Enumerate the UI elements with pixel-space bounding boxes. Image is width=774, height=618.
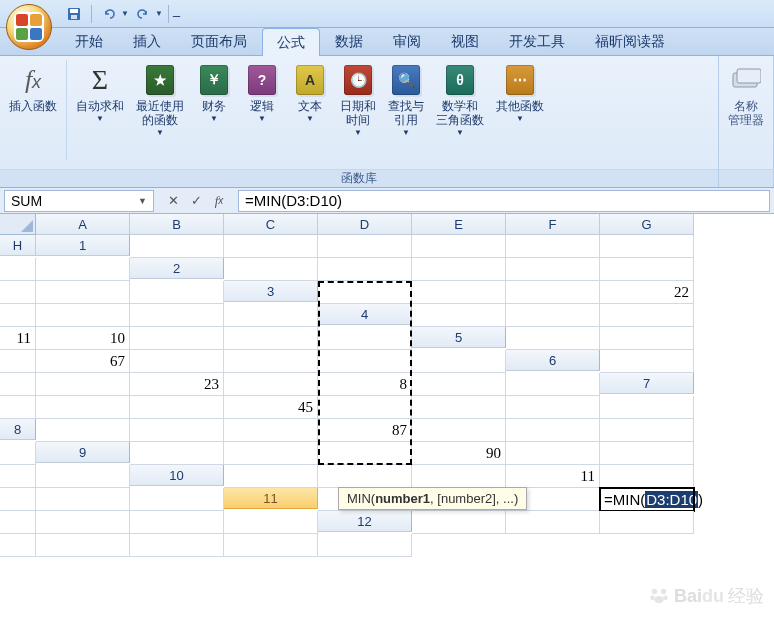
column-header[interactable]: E	[412, 214, 506, 235]
cell[interactable]	[224, 327, 318, 350]
cell[interactable]	[130, 534, 224, 557]
cell[interactable]	[130, 350, 224, 373]
cell[interactable]	[600, 465, 694, 488]
cell[interactable]	[224, 442, 318, 465]
cell[interactable]	[36, 281, 130, 304]
date-time-button[interactable]: 🕒 日期和 时间▼	[335, 60, 381, 140]
cell[interactable]	[600, 258, 694, 281]
cell[interactable]	[224, 465, 318, 488]
cell[interactable]	[412, 304, 506, 327]
row-header[interactable]: 12	[318, 511, 412, 532]
cell[interactable]	[506, 511, 600, 534]
tab-insert[interactable]: 插入	[118, 27, 176, 55]
cell[interactable]	[318, 258, 412, 281]
tab-formulas[interactable]: 公式	[262, 28, 320, 56]
cell[interactable]	[224, 534, 318, 557]
name-box[interactable]: SUM ▼	[4, 190, 154, 212]
save-button[interactable]	[62, 3, 86, 25]
undo-button[interactable]	[97, 3, 121, 25]
cell[interactable]	[130, 419, 224, 442]
column-header[interactable]: C	[224, 214, 318, 235]
cell[interactable]: 11	[0, 327, 36, 350]
cell[interactable]	[506, 304, 600, 327]
cell[interactable]: 87	[318, 419, 412, 442]
cell[interactable]	[36, 258, 130, 281]
cell[interactable]: 8	[318, 373, 412, 396]
row-header[interactable]: 8	[0, 419, 36, 440]
cell[interactable]	[0, 511, 36, 534]
cell[interactable]	[600, 304, 694, 327]
cell[interactable]	[0, 258, 36, 281]
cell[interactable]	[0, 304, 36, 327]
cell[interactable]	[224, 304, 318, 327]
office-button[interactable]	[6, 4, 52, 50]
row-header[interactable]: 2	[130, 258, 224, 279]
cell[interactable]	[318, 534, 412, 557]
cell[interactable]	[0, 488, 36, 511]
column-header[interactable]: D	[318, 214, 412, 235]
cell[interactable]: 22	[600, 281, 694, 304]
editing-cell[interactable]: =MIN(D3:D10)	[600, 488, 694, 511]
name-manager-button[interactable]: 名称 管理器	[723, 60, 769, 130]
cell[interactable]	[0, 534, 36, 557]
cell[interactable]	[224, 511, 318, 534]
cell[interactable]	[0, 373, 36, 396]
column-header[interactable]: G	[600, 214, 694, 235]
cell[interactable]	[36, 373, 130, 396]
cell[interactable]	[36, 511, 130, 534]
row-header[interactable]: 6	[506, 350, 600, 371]
lookup-reference-button[interactable]: 🔍 查找与 引用▼	[383, 60, 429, 140]
undo-dropdown-icon[interactable]: ▼	[121, 9, 129, 18]
cell[interactable]	[412, 396, 506, 419]
financial-button[interactable]: ￥ 财务▼	[191, 60, 237, 126]
cell[interactable]	[0, 350, 36, 373]
cell[interactable]	[224, 350, 318, 373]
cell[interactable]	[506, 235, 600, 258]
cell[interactable]	[506, 258, 600, 281]
cell[interactable]	[600, 350, 694, 373]
cell[interactable]	[130, 327, 224, 350]
cell[interactable]: 67	[36, 350, 130, 373]
cell[interactable]	[130, 304, 224, 327]
cell[interactable]: 90	[412, 442, 506, 465]
tab-data[interactable]: 数据	[320, 27, 378, 55]
cell[interactable]	[506, 373, 600, 396]
insert-function-button[interactable]: fx 插入函数	[4, 60, 62, 116]
column-header[interactable]: A	[36, 214, 130, 235]
cell[interactable]: 11	[506, 465, 600, 488]
cell[interactable]	[130, 235, 224, 258]
math-trig-button[interactable]: θ 数学和 三角函数▼	[431, 60, 489, 140]
cell[interactable]	[412, 350, 506, 373]
cell[interactable]	[412, 465, 506, 488]
cell[interactable]	[0, 396, 36, 419]
cell[interactable]	[600, 511, 694, 534]
cell[interactable]	[506, 281, 600, 304]
cell[interactable]	[0, 465, 36, 488]
column-header[interactable]: B	[130, 214, 224, 235]
cell[interactable]	[0, 281, 36, 304]
cell[interactable]	[600, 235, 694, 258]
cell[interactable]	[36, 396, 130, 419]
cell[interactable]	[412, 235, 506, 258]
cell[interactable]	[130, 511, 224, 534]
cell[interactable]	[318, 465, 412, 488]
more-functions-button[interactable]: ⋯ 其他函数▼	[491, 60, 549, 126]
formula-enter-button[interactable]: ✓	[185, 191, 207, 211]
recently-used-button[interactable]: ★ 最近使用 的函数▼	[131, 60, 189, 140]
cell[interactable]: 23	[130, 373, 224, 396]
cell[interactable]	[600, 327, 694, 350]
tab-view[interactable]: 视图	[436, 27, 494, 55]
cell[interactable]	[506, 442, 600, 465]
row-header[interactable]: 11	[224, 488, 318, 509]
name-box-dropdown-icon[interactable]: ▼	[138, 196, 147, 206]
cell[interactable]	[412, 511, 506, 534]
row-header[interactable]: 4	[318, 304, 412, 325]
cell[interactable]	[412, 419, 506, 442]
row-header[interactable]: 5	[412, 327, 506, 348]
cell[interactable]	[506, 327, 600, 350]
cell[interactable]	[506, 419, 600, 442]
cell[interactable]	[36, 488, 130, 511]
qat-customize-icon[interactable]: ⚊	[172, 8, 181, 19]
cell[interactable]	[318, 396, 412, 419]
formula-input[interactable]: =MIN(D3:D10)	[238, 190, 770, 212]
